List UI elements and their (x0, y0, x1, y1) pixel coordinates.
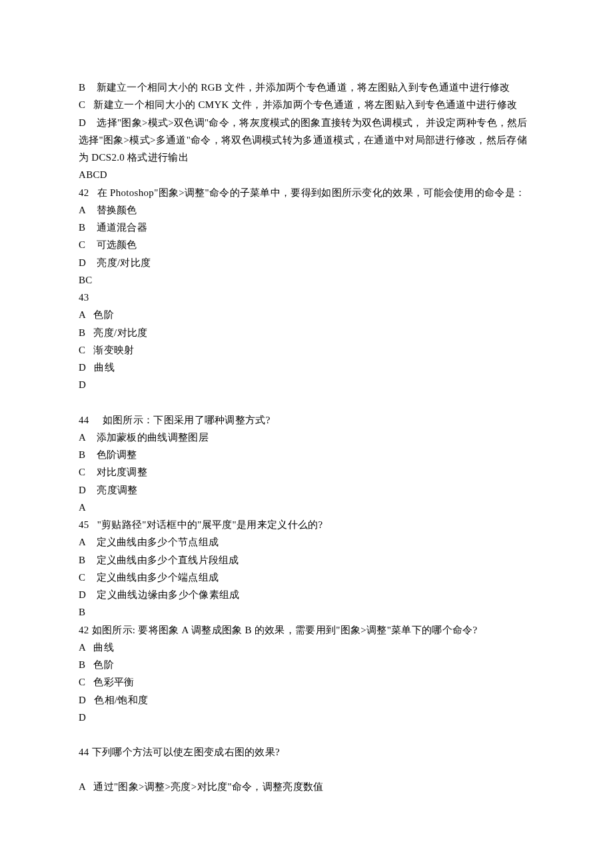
option-c-text: C 渐变映射 (79, 341, 534, 359)
answer-key: D (79, 709, 534, 726)
answer-key: D (79, 376, 534, 393)
option-d-text: D 色相/饱和度 (79, 691, 534, 709)
question-43: 43 (79, 289, 534, 306)
answer-key: B (79, 603, 534, 621)
blank-line (79, 726, 534, 743)
option-b-text: B 通道混合器 (79, 219, 534, 236)
answer-key: BC (79, 271, 534, 289)
option-b-text: B 色阶调整 (79, 446, 534, 463)
blank-line (79, 761, 534, 778)
question-45: 45 "剪贴路径"对话框中的"展平度"是用来定义什么的? (79, 516, 534, 533)
document-page: B 新建立一个相同大小的 RGB 文件，并添加两个专色通道，将左图贴入到专色通道… (0, 0, 613, 868)
option-b-text: B 新建立一个相同大小的 RGB 文件，并添加两个专色通道，将左图贴入到专色通道… (79, 79, 534, 96)
option-d-text: D 亮度/对比度 (79, 254, 534, 271)
option-d-text: D 曲线 (79, 359, 534, 376)
option-c-text: C 新建立一个相同大小的 CMYK 文件，并添加两个专色通道，将左图贴入到专色通… (79, 96, 534, 113)
option-b-text: B 色阶 (79, 656, 534, 673)
option-b-text: B 定义曲线由多少个直线片段组成 (79, 551, 534, 569)
option-d-text: D 亮度调整 (79, 481, 534, 499)
option-a-text: A 添加蒙板的曲线调整图层 (79, 429, 534, 446)
option-a-text: A 定义曲线由多少个节点组成 (79, 533, 534, 551)
option-c-text: C 色彩平衡 (79, 673, 534, 691)
question-44b: 44 下列哪个方法可以使左图变成右图的效果? (79, 743, 534, 761)
option-b-text: B 亮度/对比度 (79, 324, 534, 341)
answer-key: ABCD (79, 166, 534, 183)
option-a-text: A 曲线 (79, 639, 534, 656)
option-c-text: C 可选颜色 (79, 236, 534, 253)
option-a-text: A 替换颜色 (79, 201, 534, 219)
question-42: 42 在 Photoshop"图象>调整"命令的子菜单中，要得到如图所示变化的效… (79, 184, 534, 201)
question-42b: 42 如图所示: 要将图象 A 调整成图象 B 的效果，需要用到"图象>调整"菜… (79, 621, 534, 639)
option-a-text: A 色阶 (79, 306, 534, 323)
answer-key: A (79, 499, 534, 516)
option-a-text: A 通过"图象>调整>亮度>对比度"命令，调整亮度数值 (79, 778, 534, 795)
option-c-text: C 定义曲线由多少个端点组成 (79, 569, 534, 586)
question-44: 44 如图所示：下图采用了哪种调整方式? (79, 411, 534, 429)
option-d-text: D 定义曲线边缘由多少个像素组成 (79, 586, 534, 603)
option-c-text: C 对比度调整 (79, 463, 534, 481)
option-d-text: D 选择"图象>模式>双色调"命令，将灰度模式的图象直接转为双色调模式， 并设定… (79, 114, 534, 167)
blank-line (79, 394, 534, 411)
